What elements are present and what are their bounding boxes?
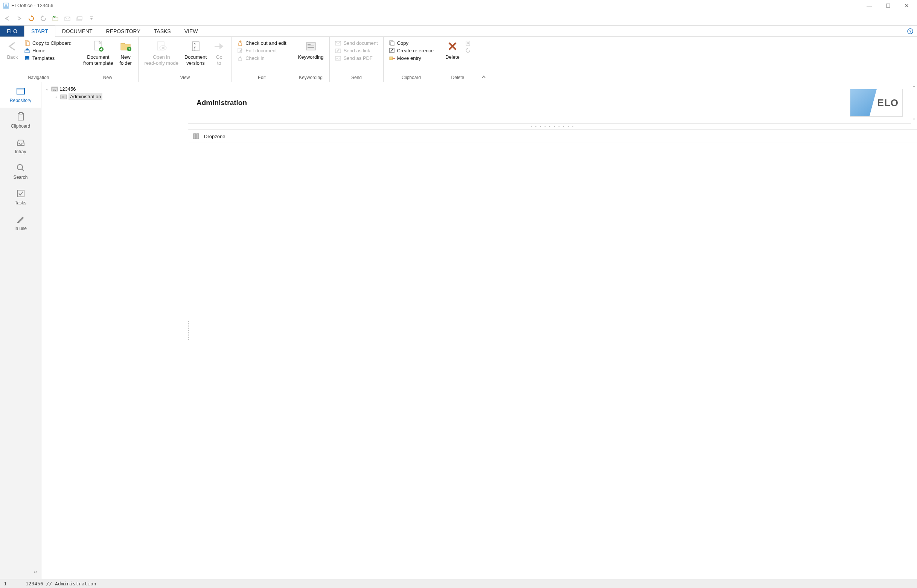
templates-button[interactable]: Templates xyxy=(24,55,71,61)
copy-to-clipboard-button[interactable]: Copy to Clipboard xyxy=(24,40,71,46)
tree-root[interactable]: ⌄ 10 123456 xyxy=(43,85,186,93)
group-label-clipboard: Clipboard xyxy=(387,74,436,81)
sidenav-collapse-button[interactable]: « xyxy=(0,565,41,579)
svg-rect-51 xyxy=(63,95,65,98)
svg-rect-20 xyxy=(192,42,199,51)
svg-rect-30 xyxy=(308,47,314,48)
tab-document[interactable]: DOCUMENT xyxy=(55,26,99,37)
splitter-horizontal[interactable]: • • • • • • • • • • xyxy=(188,124,917,130)
splitter-grip[interactable] xyxy=(188,321,189,340)
document-versions-button[interactable]: 321 Documentversions xyxy=(181,39,210,67)
ribbon-group-delete: Delete Delete xyxy=(439,37,476,82)
nav-inuse[interactable]: In use xyxy=(0,210,41,236)
search-icon xyxy=(16,163,25,173)
nav-clipboard[interactable]: Clipboard xyxy=(0,108,41,133)
undo-icon[interactable] xyxy=(40,15,47,22)
open-readonly-button[interactable]: Open inread-only mode xyxy=(142,39,181,67)
send-as-link-button[interactable]: Send as link xyxy=(335,47,378,53)
close-button[interactable]: ✕ xyxy=(901,3,912,9)
tasks-icon xyxy=(16,189,25,198)
check-mail-icon[interactable] xyxy=(52,15,59,22)
back-button[interactable]: Back xyxy=(3,39,22,62)
svg-point-44 xyxy=(17,165,23,170)
scroll-down-icon[interactable]: ⌄ xyxy=(912,116,916,121)
qat-more-icon[interactable] xyxy=(88,15,95,22)
tree-child-administration[interactable]: › Administration xyxy=(43,93,186,100)
status-path: 123456 // Administration xyxy=(26,581,96,586)
svg-rect-38 xyxy=(390,57,392,60)
ribbon-group-send: Send document Send as link PDF Send as P… xyxy=(330,37,383,82)
svg-rect-11 xyxy=(26,57,29,57)
nav-tasks[interactable]: Tasks xyxy=(0,184,41,210)
dropzone-row[interactable]: Dropzone xyxy=(188,130,917,143)
dropzone-icon xyxy=(193,133,200,140)
delete-button[interactable]: Delete xyxy=(442,39,463,62)
nav-repository[interactable]: Repository xyxy=(0,82,41,108)
mail-icon[interactable] xyxy=(64,15,71,22)
group-label-new: New xyxy=(80,74,135,81)
minimize-button[interactable]: — xyxy=(864,3,875,9)
nav-forward-icon[interactable] xyxy=(16,15,23,22)
app-icon xyxy=(3,3,9,9)
scroll-up-icon[interactable]: ⌃ xyxy=(912,85,916,90)
content-header: Administration ELO xyxy=(188,82,911,124)
expand-toggle-icon[interactable]: › xyxy=(53,94,59,99)
help-icon[interactable]: ? xyxy=(907,26,913,37)
goto-button[interactable]: Goto xyxy=(210,39,229,67)
content-panel: Administration ELO ⌃ ⌄ • • • • • • • • •… xyxy=(188,82,917,579)
move-entry-button[interactable]: Move entry xyxy=(389,55,434,61)
move-icon xyxy=(389,55,395,61)
tab-repository[interactable]: REPOSITORY xyxy=(99,26,147,37)
status-bar: 1 123456 // Administration xyxy=(0,579,917,588)
ribbon-group-new: Documentfrom template Newfolder New xyxy=(77,37,138,82)
document-from-template-button[interactable]: Documentfrom template xyxy=(80,39,116,67)
group-label-navigation: Navigation xyxy=(3,74,74,81)
mail-stack-icon[interactable] xyxy=(76,15,83,22)
elo-logo: ELO xyxy=(850,89,903,117)
tab-elo[interactable]: ELO xyxy=(0,26,24,37)
ribbon-group-keywording: Keywording Keywording xyxy=(292,37,330,82)
svg-rect-53 xyxy=(197,134,199,139)
restore-icon xyxy=(465,40,471,46)
clipboard-copy-icon xyxy=(24,40,30,46)
nav-search[interactable]: Search xyxy=(0,159,41,184)
home-button[interactable]: Home xyxy=(24,47,71,53)
group-label-edit: Edit xyxy=(235,74,288,81)
ribbon-collapse-button[interactable] xyxy=(476,37,491,82)
refresh-icon[interactable] xyxy=(28,15,35,22)
delete-aux2-button[interactable] xyxy=(465,47,471,53)
send-document-button[interactable]: Send document xyxy=(335,40,378,46)
delete-aux1-button[interactable] xyxy=(465,40,471,46)
svg-rect-9 xyxy=(26,42,29,45)
create-reference-button[interactable]: Create reference xyxy=(389,47,434,53)
svg-rect-43 xyxy=(19,113,22,114)
titlebar: ELOoffice - 123456 — ☐ ✕ xyxy=(0,0,917,11)
svg-rect-41 xyxy=(17,88,24,90)
new-folder-button[interactable]: Newfolder xyxy=(116,39,135,67)
preview-scroll[interactable]: ⌃ ⌄ xyxy=(911,82,917,124)
svg-rect-4 xyxy=(77,16,82,19)
checkout-edit-button[interactable]: Check out and edit xyxy=(237,40,286,46)
edit-document-button[interactable]: Edit document xyxy=(237,47,286,53)
tab-view[interactable]: VIEW xyxy=(178,26,205,37)
expand-toggle-icon[interactable]: ⌄ xyxy=(44,87,50,92)
tree-panel: ⌄ 10 123456 › Administration xyxy=(41,82,188,579)
svg-rect-52 xyxy=(194,134,196,139)
nav-intray[interactable]: Intray xyxy=(0,133,41,159)
checkin-icon xyxy=(237,55,243,61)
inuse-icon xyxy=(16,215,25,224)
tab-tasks[interactable]: TASKS xyxy=(147,26,178,37)
send-as-pdf-button[interactable]: PDF Send as PDF xyxy=(335,55,378,61)
maximize-button[interactable]: ☐ xyxy=(882,3,894,9)
window-title: ELOoffice - 123456 xyxy=(11,3,864,8)
svg-text:PDF: PDF xyxy=(336,58,341,60)
nav-back-icon[interactable] xyxy=(4,15,11,22)
templates-icon xyxy=(24,55,30,61)
quick-access-toolbar xyxy=(0,11,917,26)
checkin-button[interactable]: Check in xyxy=(237,55,286,61)
group-label-send: Send xyxy=(333,74,380,81)
svg-text:?: ? xyxy=(909,29,911,34)
tab-start[interactable]: START xyxy=(24,26,55,37)
copy-button[interactable]: Copy xyxy=(389,40,434,46)
keywording-button[interactable]: Keywording xyxy=(295,39,327,62)
